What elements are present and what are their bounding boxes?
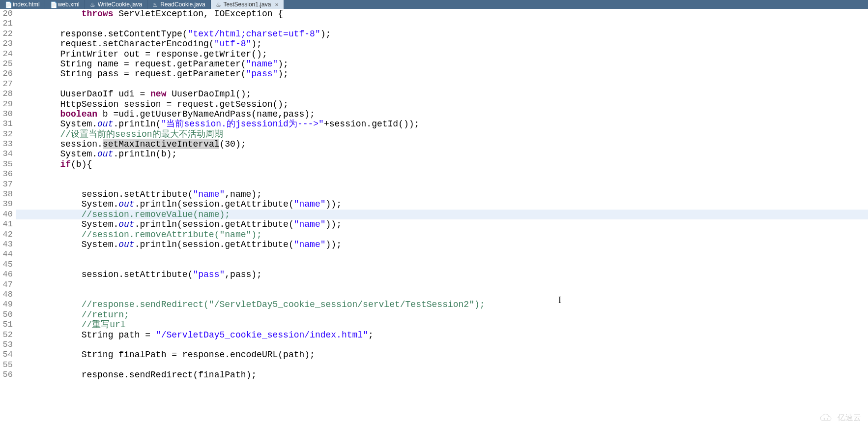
tab-label: ReadCookie.java — [160, 1, 205, 8]
code-line[interactable]: String finalPath = response.encodeURL(pa… — [16, 350, 868, 360]
line-number: 41 — [0, 219, 13, 229]
line-number: 55 — [0, 360, 13, 370]
code-line[interactable]: //设置当前的session的最大不活动周期 — [16, 129, 868, 139]
code-line[interactable]: UuserDaoIf udi = new UuserDaoImpl(); — [16, 89, 868, 99]
text-cursor: I — [558, 295, 561, 306]
xml-icon: 📄 — [50, 1, 56, 7]
line-number: 34 — [0, 149, 13, 159]
code-line[interactable]: String pass = request.getParameter("pass… — [16, 69, 868, 79]
line-number: 36 — [0, 169, 13, 179]
close-icon[interactable]: ✕ — [275, 2, 279, 7]
line-number: 22 — [0, 29, 13, 39]
code-line[interactable]: String path = "/ServletDay5_cookie_sessi… — [16, 330, 868, 340]
code-line[interactable]: if(b){ — [16, 159, 868, 169]
line-number: 21 — [0, 19, 13, 29]
line-number: 43 — [0, 240, 13, 249]
line-number: 51 — [0, 320, 13, 330]
line-number: 24 — [0, 49, 13, 59]
code-line[interactable]: boolean b =udi.getUuserByNameAndPass(nam… — [16, 109, 868, 119]
tab-read-cookie[interactable]: ♨ReadCookie.java — [147, 0, 210, 9]
code-line[interactable]: response.sendRedirect(finalPath); — [16, 370, 868, 380]
tab-web-xml[interactable]: 📄web.xml — [45, 0, 85, 9]
line-number: 30 — [0, 109, 13, 119]
line-number: 33 — [0, 139, 13, 149]
code-line[interactable]: System.out.println(session.getAttribute(… — [16, 199, 868, 209]
line-number: 23 — [0, 39, 13, 49]
line-number: 35 — [0, 159, 13, 169]
line-number: 39 — [0, 199, 13, 209]
line-number: 40 — [0, 210, 13, 219]
code-line[interactable]: session.setAttribute("pass",pass); — [16, 270, 868, 279]
svg-point-0 — [824, 418, 825, 420]
code-line[interactable] — [16, 290, 868, 300]
code-line[interactable] — [16, 180, 868, 189]
tab-test-session1[interactable]: ♨TestSession1.java✕ — [211, 0, 285, 9]
code-line[interactable]: String name = request.getParameter("name… — [16, 59, 868, 69]
line-number: 56 — [0, 370, 13, 380]
line-number: 53 — [0, 340, 13, 350]
watermark-text: 亿速云 — [838, 413, 861, 423]
line-number-gutter: 2021222324252627282930313233343536373839… — [0, 9, 16, 428]
tab-write-cookie[interactable]: ♨WriteCookie.java — [85, 0, 147, 9]
code-line[interactable]: //return; — [16, 310, 868, 320]
line-number: 45 — [0, 260, 13, 270]
line-number: 20 — [0, 9, 13, 19]
code-line[interactable]: throws ServletException, IOException { — [16, 9, 868, 19]
code-line[interactable] — [16, 340, 868, 350]
line-number: 32 — [0, 129, 13, 139]
code-line[interactable]: //session.removeValue(name); — [16, 210, 868, 219]
line-number: 52 — [0, 330, 13, 340]
java-icon: ♨ — [216, 1, 222, 7]
code-line[interactable]: session.setAttribute("name",name); — [16, 189, 868, 199]
line-number: 50 — [0, 310, 13, 320]
code-line[interactable]: System.out.println(session.getAttribute(… — [16, 240, 868, 249]
code-line[interactable]: //session.removeAttribute("name"); — [16, 230, 868, 240]
code-line[interactable]: request.setCharacterEncoding("utf-8"); — [16, 39, 868, 49]
code-line[interactable] — [16, 260, 868, 270]
line-number: 38 — [0, 189, 13, 199]
html-icon: 📄 — [5, 1, 11, 7]
code-line[interactable]: System.out.println(session.getAttribute(… — [16, 219, 868, 229]
line-number: 37 — [0, 180, 13, 189]
line-number: 26 — [0, 69, 13, 79]
tab-label: web.xml — [58, 1, 80, 8]
code-line[interactable]: response.setContentType("text/html;chars… — [16, 29, 868, 39]
line-number: 42 — [0, 230, 13, 240]
code-line[interactable] — [16, 360, 868, 370]
code-area[interactable]: throws ServletException, IOException { r… — [16, 9, 868, 428]
code-line[interactable] — [16, 169, 868, 179]
tab-label: index.html — [13, 1, 40, 8]
code-line[interactable] — [16, 19, 868, 29]
line-number: 27 — [0, 79, 13, 89]
line-number: 48 — [0, 290, 13, 300]
line-number: 28 — [0, 89, 13, 99]
code-line[interactable] — [16, 249, 868, 259]
code-line[interactable]: session.setMaxInactiveInterval(30); — [16, 139, 868, 149]
line-number: 25 — [0, 59, 13, 69]
line-number: 54 — [0, 350, 13, 360]
watermark-logo: 亿速云 — [819, 413, 861, 423]
code-line[interactable]: //重写url — [16, 320, 868, 330]
code-line[interactable]: System.out.println("当前session.的jsessioni… — [16, 119, 868, 129]
line-number: 44 — [0, 249, 13, 259]
line-number: 49 — [0, 300, 13, 309]
code-line[interactable] — [16, 280, 868, 290]
line-number: 46 — [0, 270, 13, 279]
tab-index-html[interactable]: 📄index.html — [0, 0, 45, 9]
tab-label: WriteCookie.java — [98, 1, 142, 8]
code-line[interactable]: //response.sendRedirect("/ServletDay5_co… — [16, 300, 868, 309]
code-editor[interactable]: 2021222324252627282930313233343536373839… — [0, 9, 868, 428]
svg-point-1 — [827, 418, 828, 420]
line-number: 29 — [0, 99, 13, 109]
code-line[interactable]: PrintWriter out = response.getWriter(); — [16, 49, 868, 59]
cloud-icon — [819, 413, 835, 423]
code-line[interactable]: HttpSession session = request.getSession… — [16, 99, 868, 109]
line-number: 31 — [0, 119, 13, 129]
code-line[interactable] — [16, 79, 868, 89]
java-icon: ♨ — [90, 1, 96, 7]
line-number: 47 — [0, 280, 13, 290]
java-icon: ♨ — [152, 1, 158, 7]
editor-tabs: 📄index.html 📄web.xml ♨WriteCookie.java ♨… — [0, 0, 868, 9]
code-line[interactable]: System.out.println(b); — [16, 149, 868, 159]
tab-label: TestSession1.java — [224, 1, 271, 8]
